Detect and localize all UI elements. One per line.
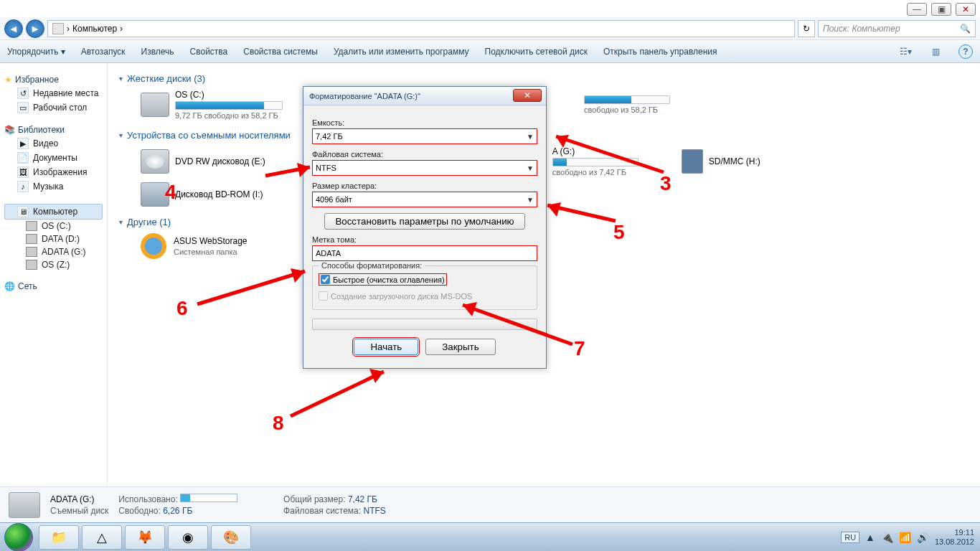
disk-osc-bar (175, 101, 283, 110)
total-value: 7,42 ГБ (348, 494, 377, 504)
close-button[interactable]: ✕ (956, 3, 976, 16)
restore-defaults-button[interactable]: Восстановить параметры по умолчанию (324, 213, 524, 230)
dialog-close-button[interactable]: ✕ (513, 89, 542, 102)
disk-hidden[interactable]: свободно из 58,2 ГБ (584, 90, 670, 120)
tray-flag-icon[interactable]: ▲ (865, 532, 875, 543)
free-label: Свободно: (118, 506, 161, 516)
disk-hidden-sub: свободно из 58,2 ГБ (584, 105, 670, 114)
task-firefox[interactable]: 🦊 (125, 525, 165, 550)
disk-adata-label: A (G:) (552, 146, 639, 156)
libraries-header[interactable]: Библиотеки (18, 125, 65, 135)
taskbar: 📁 △ 🦊 ◉ 🎨 RU ▲ 🔌 📶 🔊 19:11 13.08.2012 (0, 522, 980, 551)
sidebar-item-network[interactable]: Сеть (18, 281, 37, 291)
annotation-label-7: 7 (574, 337, 585, 360)
start-button[interactable]: Начать (354, 339, 418, 355)
sidebar-item-osz[interactable]: OS (Z:) (42, 260, 70, 270)
task-paint[interactable]: 🎨 (211, 525, 251, 550)
eject-button[interactable]: Извлечь (141, 47, 174, 57)
organize-menu[interactable]: Упорядочить ▾ (7, 47, 65, 57)
sidebar-item-desktop[interactable]: Рабочий стол (33, 103, 87, 113)
system-tray: RU ▲ 🔌 📶 🔊 19:11 13.08.2012 (835, 528, 980, 545)
filesystem-select[interactable]: NTFS▼ (312, 160, 537, 176)
chevron-down-icon[interactable]: ▾ (119, 131, 123, 139)
maximize-button[interactable]: ▣ (931, 3, 951, 16)
help-button[interactable]: ? (958, 44, 973, 59)
details-type: Съемный диск (50, 506, 108, 516)
refresh-button[interactable]: ↻ (798, 20, 815, 37)
annotation-label-5: 5 (613, 221, 625, 244)
disk-osc[interactable]: OS (C:) 9,72 ГБ свободно из 58,2 ГБ (141, 90, 283, 120)
properties-button[interactable]: Свойства (190, 47, 228, 57)
chevron-down-icon[interactable]: ▾ (119, 75, 123, 83)
free-value: 6,26 ГБ (163, 506, 192, 516)
chevron-down-icon[interactable]: ▾ (119, 218, 123, 226)
volume-label-input[interactable]: ADATA (312, 245, 537, 261)
sidebar-item-computer[interactable]: Компьютер (33, 207, 77, 217)
explorer-toolbar: Упорядочить ▾ Автозапуск Извлечь Свойств… (0, 40, 980, 63)
nav-back-button[interactable]: ◄ (4, 19, 23, 38)
bootdisk-label: Создание загрузочного диска MS-DOS (331, 292, 472, 301)
used-bar (180, 494, 237, 502)
disk-adata[interactable]: A (G:) свободно из 7,42 ГБ (552, 146, 639, 176)
favorites-icon: ★ (4, 75, 12, 85)
tray-power-icon[interactable]: 🔌 (881, 532, 893, 543)
format-dialog: Форматирование "ADATA (G:)" ✕ Емкость: 7… (303, 86, 547, 369)
minimize-button[interactable]: — (907, 3, 927, 16)
tray-volume-icon[interactable]: 🔊 (917, 532, 929, 543)
uninstall-button[interactable]: Удалить или изменить программу (334, 47, 469, 57)
task-vlc[interactable]: △ (82, 525, 122, 550)
sidebar-item-music[interactable]: Музыка (33, 182, 63, 192)
annotation-label-3: 3 (660, 172, 672, 195)
disk-dvd[interactable]: DVD RW дисковод (E:) (141, 146, 265, 176)
control-panel-button[interactable]: Открыть панель управления (603, 47, 717, 57)
webstorage-icon (141, 233, 166, 259)
nav-forward-button[interactable]: ► (26, 19, 44, 38)
sidebar-item-adatag[interactable]: ADATA (G:) (42, 247, 86, 257)
start-button[interactable] (4, 523, 33, 552)
task-explorer[interactable]: 📁 (39, 525, 79, 550)
tray-network-icon[interactable]: 📶 (899, 532, 911, 543)
disk-sd[interactable]: SD/MMC (H:) (682, 146, 760, 176)
clock[interactable]: 19:11 13.08.2012 (935, 528, 974, 545)
sidebar-item-osc[interactable]: OS (C:) (42, 221, 71, 231)
breadcrumb[interactable]: › Компьютер › (47, 20, 795, 37)
disk-bd-label: Дисковод BD-ROM (I:) (175, 189, 263, 199)
recent-icon: ↺ (17, 88, 29, 99)
breadcrumb-root[interactable]: Компьютер (72, 24, 117, 34)
quick-format-checkbox[interactable] (321, 275, 330, 284)
capacity-select[interactable]: 7,42 ГБ▼ (312, 128, 537, 144)
sidebar-item-datad[interactable]: DATA (D:) (42, 234, 80, 244)
chevron-down-icon: ▼ (527, 164, 534, 172)
favorites-header[interactable]: Избранное (15, 75, 59, 85)
search-input[interactable]: Поиск: Компьютер 🔍 (818, 20, 976, 37)
video-icon: ▶ (17, 138, 29, 149)
close-dlg-button[interactable]: Закрыть (425, 339, 495, 355)
bootdisk-checkbox (319, 291, 328, 301)
view-options-button[interactable]: ☷▾ (898, 44, 913, 59)
breadcrumb-sep: › (120, 24, 123, 34)
sidebar-item-documents[interactable]: Документы (33, 153, 77, 163)
sidebar-item-images[interactable]: Изображения (33, 167, 87, 177)
other-header: Другие (1) (127, 217, 171, 227)
chevron-down-icon: ▼ (527, 196, 534, 204)
preview-pane-button[interactable]: ▥ (928, 44, 943, 59)
volume-label-value: ADATA (316, 249, 341, 258)
language-indicator[interactable]: RU (841, 532, 859, 543)
system-properties-button[interactable]: Свойства системы (243, 47, 318, 57)
task-app1[interactable]: ◉ (168, 525, 208, 550)
quick-format-label: Быстрое (очистка оглавления) (333, 276, 445, 284)
documents-icon: 📄 (17, 152, 29, 164)
map-drive-button[interactable]: Подключить сетевой диск (485, 47, 588, 57)
disk-hidden-bar (584, 95, 670, 104)
asus-webstorage-item[interactable]: ASUS WebStorage Системная папка (141, 233, 969, 259)
dialog-title-bar[interactable]: Форматирование "ADATA (G:)" ✕ (303, 87, 546, 105)
sidebar-item-video[interactable]: Видео (33, 138, 58, 149)
sidebar-item-recent[interactable]: Недавние места (33, 88, 98, 98)
details-title: ADATA (G:) (50, 494, 108, 504)
cluster-select[interactable]: 4096 байт▼ (312, 192, 537, 207)
clock-date: 13.08.2012 (935, 537, 974, 546)
disk-bd[interactable]: Дисковод BD-ROM (I:) (141, 182, 263, 207)
total-label: Общий размер: (283, 494, 345, 504)
autoplay-button[interactable]: Автозапуск (81, 47, 126, 57)
format-methods-label: Способы форматирования: (319, 261, 425, 270)
